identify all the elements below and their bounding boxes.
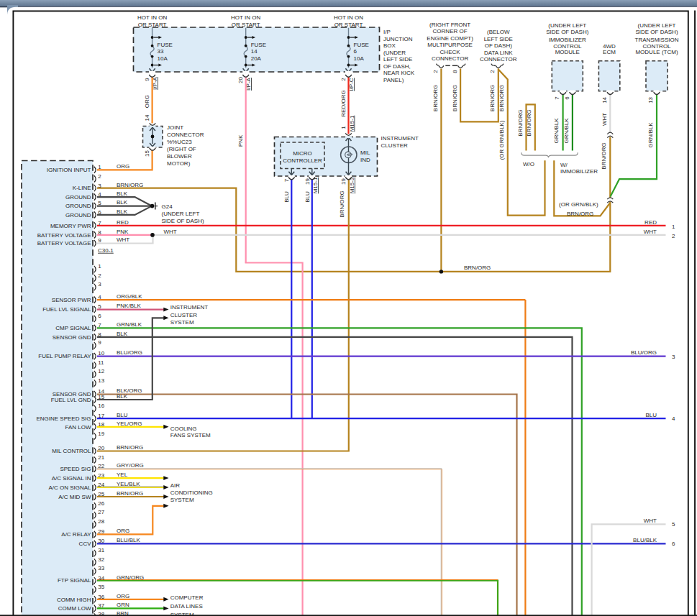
svg-text:BLK: BLK: [117, 393, 128, 400]
svg-text:7: 7: [554, 96, 560, 100]
svg-text:2: 2: [98, 173, 101, 180]
svg-text:6: 6: [98, 209, 101, 216]
svg-text:GRN/BLK: GRN/BLK: [553, 118, 560, 144]
svg-text:(UNDER LEFT: (UNDER LEFT: [548, 22, 586, 29]
svg-text:JUNCTION: JUNCTION: [383, 36, 413, 42]
svg-text:DATA LINES: DATA LINES: [170, 603, 203, 610]
svg-text:RED: RED: [117, 219, 129, 226]
svg-text:20: 20: [237, 77, 244, 83]
svg-text:GRN/BLK: GRN/BLK: [117, 321, 142, 328]
svg-text:GRN: GRN: [117, 602, 129, 608]
svg-text:BLU/ORG: BLU/ORG: [631, 349, 657, 356]
svg-text:FANS SYSTEM: FANS SYSTEM: [170, 432, 211, 438]
svg-text:HOT IN ON: HOT IN ON: [231, 14, 260, 21]
svg-text:WHT: WHT: [164, 229, 177, 235]
svg-text:(UNDER: (UNDER: [383, 50, 406, 56]
svg-text:5: 5: [98, 200, 101, 206]
svg-text:33: 33: [98, 565, 104, 571]
svg-text:28: 28: [98, 518, 104, 525]
svg-text:14: 14: [251, 48, 258, 55]
svg-text:A/C ON SIGNAL: A/C ON SIGNAL: [48, 484, 91, 491]
svg-text:BRN/ORG: BRN/ORG: [432, 85, 439, 111]
svg-text:COOLING: COOLING: [170, 426, 197, 432]
svg-text:CCV: CCV: [79, 541, 92, 547]
svg-text:INSTRUMENT: INSTRUMENT: [170, 304, 209, 311]
svg-text:ORG: ORG: [117, 593, 129, 599]
svg-text:CMP SIGNAL: CMP SIGNAL: [55, 325, 91, 331]
svg-text:1: 1: [98, 263, 101, 270]
svg-text:(OR GRN/BLK): (OR GRN/BLK): [559, 201, 598, 208]
svg-text:31: 31: [98, 547, 104, 553]
svg-text:4: 4: [672, 415, 675, 422]
svg-text:10: 10: [98, 350, 104, 357]
svg-text:3: 3: [672, 354, 675, 360]
svg-text:MIL: MIL: [360, 150, 370, 156]
svg-text:ECM: ECM: [603, 49, 616, 55]
svg-text:BRN/ORG: BRN/ORG: [498, 85, 505, 111]
svg-text:COMM HIGH: COMM HIGH: [57, 597, 91, 603]
svg-text:PNK/BLK: PNK/BLK: [117, 303, 141, 309]
svg-text:CHECK: CHECK: [440, 49, 461, 55]
svg-text:10A: 10A: [354, 55, 365, 62]
svg-text:A/C MID SW: A/C MID SW: [58, 494, 91, 500]
svg-text:19: 19: [98, 431, 104, 437]
svg-text:13: 13: [648, 96, 655, 103]
svg-text:K-LINE: K-LINE: [73, 185, 91, 191]
svg-text:19: 19: [304, 178, 311, 185]
svg-text:10A: 10A: [158, 55, 168, 62]
svg-text:OR START: OR START: [138, 22, 167, 28]
svg-text:7: 7: [98, 322, 101, 328]
svg-text:BLU: BLU: [645, 412, 657, 418]
svg-text:BATTERY VOLTAGE: BATTERY VOLTAGE: [37, 240, 91, 247]
svg-text:(UNDER LEFT: (UNDER LEFT: [162, 211, 200, 217]
svg-text:CONDITIONING: CONDITIONING: [170, 489, 213, 496]
svg-text:DATA LINK: DATA LINK: [484, 50, 513, 56]
svg-text:OR START: OR START: [334, 22, 363, 28]
svg-text:AIR: AIR: [170, 482, 181, 489]
svg-text:FUSE: FUSE: [354, 42, 369, 48]
svg-text:19: 19: [340, 178, 347, 185]
svg-text:A/C SIGNAL IN: A/C SIGNAL IN: [52, 475, 91, 482]
svg-text:6: 6: [564, 96, 570, 100]
svg-text:GRN/BLK: GRN/BLK: [647, 122, 654, 148]
svg-text:36: 36: [98, 594, 104, 600]
svg-text:ENGINE COMPT): ENGINE COMPT): [427, 35, 473, 42]
svg-text:SIDE OF DASH): SIDE OF DASH): [162, 218, 204, 224]
svg-text:4: 4: [98, 294, 101, 300]
svg-text:BLU: BLU: [117, 412, 128, 418]
svg-text:20: 20: [98, 445, 104, 451]
svg-text:6: 6: [354, 48, 357, 55]
svg-text:BLK: BLK: [117, 199, 128, 206]
svg-text:33: 33: [158, 48, 164, 55]
svg-text:CONTROLLER: CONTROLLER: [283, 157, 322, 164]
svg-text:FTP SIGNAL: FTP SIGNAL: [58, 577, 91, 584]
svg-text:PNK: PNK: [237, 134, 244, 147]
svg-text:1: 1: [672, 224, 675, 230]
svg-text:HOT IN ON: HOT IN ON: [137, 14, 167, 21]
svg-text:SENSOR GND: SENSOR GND: [53, 334, 91, 341]
svg-text:M15-1: M15-1: [349, 115, 355, 132]
svg-text:1: 1: [340, 126, 347, 129]
svg-text:BRN/ORG: BRN/ORG: [567, 211, 593, 217]
svg-text:LEFT SIDE: LEFT SIDE: [484, 36, 513, 42]
svg-text:SPEED SIG: SPEED SIG: [60, 466, 91, 472]
svg-text:BRN/ORG: BRN/ORG: [117, 444, 143, 451]
svg-text:CLUSTER: CLUSTER: [381, 142, 409, 149]
svg-text:MOTOR): MOTOR): [167, 160, 191, 167]
svg-text:PNK: PNK: [117, 229, 129, 235]
svg-text:6: 6: [672, 541, 675, 547]
svg-text:WHT: WHT: [601, 113, 608, 126]
svg-text:7: 7: [283, 178, 290, 182]
svg-text:BRN/ORG: BRN/ORG: [339, 190, 345, 217]
svg-text:BLK: BLK: [117, 208, 128, 215]
svg-text:BRN/ORG: BRN/ORG: [117, 182, 143, 188]
svg-text:37: 37: [98, 602, 104, 609]
svg-text:1: 1: [98, 164, 101, 170]
svg-text:GROUND: GROUND: [65, 203, 91, 209]
svg-text:FUSE: FUSE: [251, 42, 266, 48]
svg-text:BRN/ORG: BRN/ORG: [526, 109, 532, 136]
svg-text:FUEL LVL GND: FUEL LVL GND: [51, 397, 91, 403]
svg-text:I/P: I/P: [383, 29, 391, 35]
svg-text:W/O: W/O: [523, 161, 534, 167]
svg-text:25: 25: [98, 491, 104, 497]
